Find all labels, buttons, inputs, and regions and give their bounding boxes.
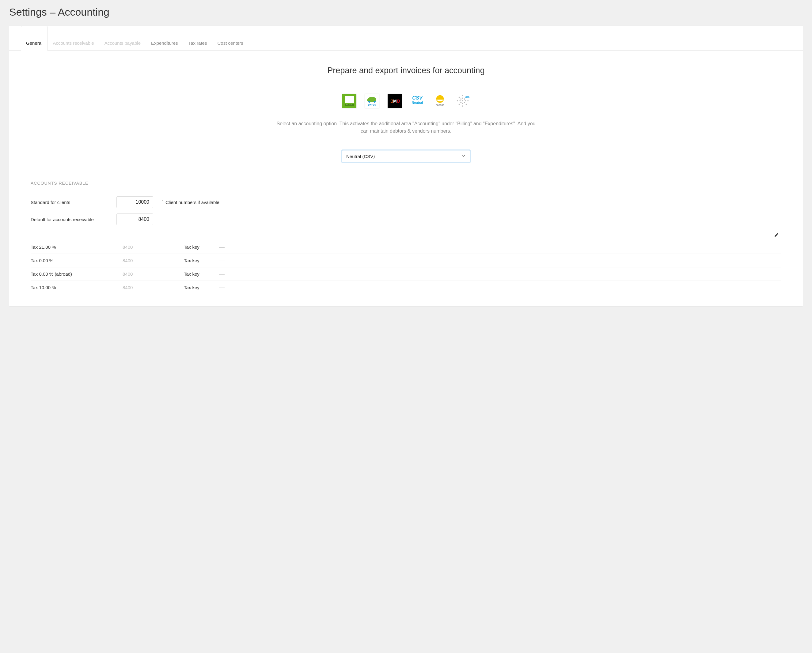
tax-row: Tax 21.00 % 8400 Tax key — <box>31 240 781 254</box>
tax-key-value: — <box>219 244 224 250</box>
tax-value: 8400 <box>122 244 184 250</box>
page-title: Settings – Accounting <box>9 6 803 18</box>
tax-key-label: Tax key <box>184 271 219 277</box>
svg-point-17 <box>457 100 458 101</box>
csv-neutral-logo-icon: CSVNeutral <box>410 94 424 108</box>
tax-name: Tax 21.00 % <box>31 244 122 250</box>
tab-cost-centers[interactable]: Cost centers <box>212 26 248 50</box>
tax-key-value: — <box>219 284 224 291</box>
tax-name: Tax 0.00 % (abroad) <box>31 271 122 277</box>
svg-point-23 <box>460 98 461 99</box>
accounting-option-select[interactable]: Neutral (CSV) <box>342 150 470 162</box>
svg-point-18 <box>467 100 469 101</box>
tax-key-label: Tax key <box>184 258 219 263</box>
svg-point-15 <box>462 95 463 96</box>
tax-value: 8400 <box>122 271 184 277</box>
datev-schnittstelle-logo-icon: Schnittstelle <box>342 94 356 108</box>
default-ar-input[interactable] <box>116 213 153 225</box>
tax-key-label: Tax key <box>184 244 219 250</box>
tax-value: 8400 <box>122 285 184 290</box>
svg-text:D: D <box>397 99 400 104</box>
tax-key-value: — <box>219 257 224 264</box>
tab-accounts-payable[interactable]: Accounts payable <box>99 26 146 50</box>
accounts-receivable-section-title: ACCOUNTS RECEIVABLE <box>31 181 781 186</box>
edit-icon[interactable] <box>774 233 779 239</box>
tax-value: 8400 <box>122 258 184 263</box>
datev-cloud-logo-icon: DATEV <box>365 94 379 108</box>
tab-tax-rates[interactable]: Tax rates <box>183 26 212 50</box>
svg-point-24 <box>464 98 465 99</box>
help-text: Select an accounting option. This activa… <box>273 120 539 135</box>
svg-point-27 <box>462 100 463 101</box>
standard-clients-input[interactable] <box>116 196 153 208</box>
svg-marker-5 <box>368 101 371 103</box>
svg-point-30 <box>459 100 461 101</box>
banana-logo-icon: banana <box>433 94 447 108</box>
svg-text:CSV: CSV <box>412 95 423 100</box>
tab-general[interactable]: General <box>21 26 47 50</box>
svg-text:M: M <box>393 99 397 104</box>
tax-row: Tax 10.00 % 8400 Tax key — <box>31 281 781 294</box>
svg-point-31 <box>465 100 466 101</box>
svg-point-26 <box>464 102 465 103</box>
tax-key-value: — <box>219 271 224 277</box>
chevron-down-icon <box>461 154 466 159</box>
tax-key-label: Tax key <box>184 285 219 290</box>
svg-text:Schnittstelle: Schnittstelle <box>346 104 353 106</box>
svg-point-19 <box>459 97 460 98</box>
default-ar-label: Default for accounts receivable <box>31 217 116 222</box>
tax-row: Tax 0.00 % (abroad) 8400 Tax key — <box>31 267 781 281</box>
svg-point-16 <box>462 105 463 107</box>
scoring-logo-icon: scoring <box>456 94 470 108</box>
svg-text:scoring: scoring <box>466 97 469 98</box>
svg-text:Neutral: Neutral <box>412 101 423 105</box>
svg-point-21 <box>459 104 460 105</box>
svg-text:DATEV: DATEV <box>368 104 376 106</box>
tax-table: Tax 21.00 % 8400 Tax key — Tax 0.00 % 84… <box>31 240 781 294</box>
svg-rect-0 <box>345 96 354 103</box>
tabs-bar: General Accounts receivable Accounts pay… <box>9 26 803 50</box>
logo-row: Schnittstelle DATEV BMD CSVNeutral banan… <box>273 94 539 108</box>
client-numbers-checkbox-wrap[interactable]: Client numbers if available <box>159 200 220 205</box>
svg-point-29 <box>462 103 463 104</box>
svg-marker-6 <box>374 101 376 103</box>
tax-name: Tax 10.00 % <box>31 285 122 290</box>
standard-clients-label: Standard for clients <box>31 200 116 205</box>
svg-text:banana: banana <box>436 104 445 107</box>
svg-point-13 <box>437 95 444 103</box>
tax-name: Tax 0.00 % <box>31 258 122 263</box>
bmd-logo-icon: BMD <box>388 94 402 108</box>
client-numbers-label: Client numbers if available <box>165 200 220 205</box>
client-numbers-checkbox[interactable] <box>159 200 163 204</box>
section-heading: Prepare and export invoices for accounti… <box>273 66 539 75</box>
svg-point-25 <box>460 102 461 103</box>
tax-row: Tax 0.00 % 8400 Tax key — <box>31 254 781 267</box>
tab-accounts-receivable[interactable]: Accounts receivable <box>47 26 99 50</box>
svg-point-28 <box>462 97 463 99</box>
settings-card: General Accounts receivable Accounts pay… <box>9 26 803 306</box>
select-value: Neutral (CSV) <box>346 154 375 159</box>
svg-point-22 <box>466 104 467 105</box>
tab-expenditures[interactable]: Expenditures <box>146 26 183 50</box>
